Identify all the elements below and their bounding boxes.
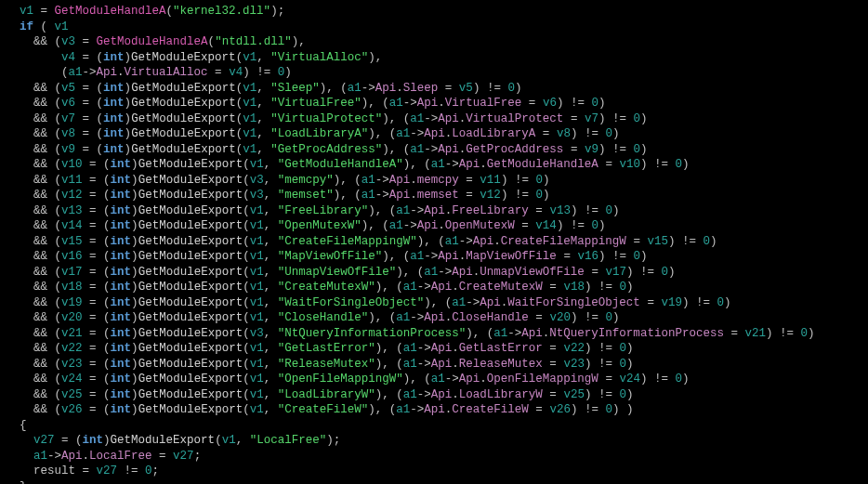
decompiled-code-view: v1 = GetModuleHandleA("kernel32.dll"); i… <box>0 0 868 484</box>
